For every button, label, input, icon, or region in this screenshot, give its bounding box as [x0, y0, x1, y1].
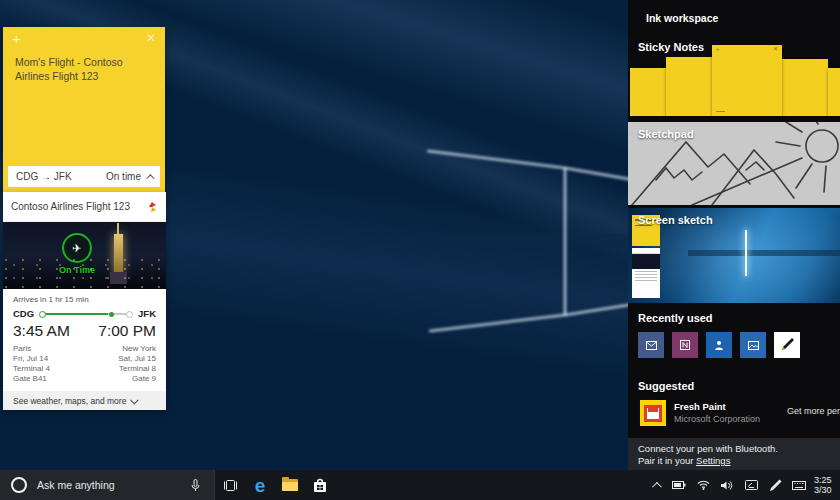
suggested-app-publisher: Microsoft Corporation	[674, 414, 760, 424]
note-route-text: CDG → JFK	[16, 171, 72, 182]
mini-sticky-note	[630, 68, 666, 116]
screen-sketch-label: Screen sketch	[638, 214, 713, 226]
keyboard-icon	[792, 481, 806, 490]
mail-icon	[646, 341, 657, 350]
wifi-button[interactable]	[692, 470, 714, 500]
destination-code: JFK	[138, 308, 156, 319]
mini-sticky-note	[666, 57, 712, 116]
sticky-note-window: + ✕ Mom's Flight - Contoso Airlines Flig…	[3, 27, 165, 192]
on-time-badge: On Time	[47, 265, 107, 275]
taskbar-clock[interactable]: 3:25 3/30	[814, 475, 840, 495]
photo-icon	[748, 341, 759, 350]
flight-progress-track	[39, 310, 133, 317]
microphone-icon[interactable]	[191, 479, 200, 492]
tablet-icon	[745, 480, 758, 490]
sticky-notes-label: Sticky Notes	[638, 41, 704, 53]
origin-code: CDG	[13, 308, 34, 319]
recent-app-tile-pen[interactable]	[774, 332, 800, 358]
note-text[interactable]: Mom's Flight - Contoso Airlines Flight 1…	[3, 46, 165, 83]
taskbar: e	[0, 470, 840, 500]
volume-button[interactable]	[716, 470, 738, 500]
close-note-icon[interactable]: ✕	[146, 31, 156, 46]
flight-card-title: Contoso Airlines Flight 123	[11, 201, 130, 212]
origin-details: Paris Fri, Jul 14 Terminal 4 Gate B41	[13, 344, 50, 384]
recently-used-label: Recently used	[638, 312, 713, 324]
mini-sticky-note	[782, 59, 828, 116]
pairing-text-line1: Connect your pen with Bluetooth.	[638, 443, 840, 455]
edge-browser-button[interactable]: e	[245, 470, 275, 500]
airplane-icon: ✈	[72, 242, 81, 255]
file-explorer-button[interactable]	[275, 470, 305, 500]
pen-icon	[769, 479, 782, 492]
departure-time: 3:45 AM	[13, 322, 70, 340]
recent-app-tile-people[interactable]	[706, 332, 732, 358]
tablet-mode-button[interactable]	[740, 470, 762, 500]
speaker-icon	[721, 480, 733, 491]
wifi-icon	[697, 480, 710, 490]
skyline-building	[114, 234, 123, 274]
notebook-icon	[680, 340, 690, 350]
task-view-button[interactable]	[215, 470, 245, 500]
pen-icon	[779, 337, 795, 353]
cortana-icon	[11, 477, 27, 493]
battery-button[interactable]	[668, 470, 690, 500]
get-more-pen-link[interactable]: Get more pen	[787, 406, 840, 416]
edge-icon: e	[255, 476, 266, 495]
destination-photo: ✈ On Time	[3, 222, 166, 289]
fresh-paint-icon	[640, 400, 666, 426]
mini-sticky-note: + ✕	[712, 45, 782, 116]
desktop: + ✕ Mom's Flight - Contoso Airlines Flig…	[0, 0, 840, 500]
task-view-icon	[223, 480, 238, 491]
person-icon	[714, 340, 724, 350]
folder-icon	[282, 479, 298, 491]
chevron-up-icon[interactable]	[146, 174, 154, 182]
mini-window-glow	[745, 230, 747, 276]
panel-title: Ink workspace	[646, 12, 718, 24]
pen-pairing-footer: Connect your pen with Bluetooth. Pair it…	[628, 438, 840, 470]
chevron-up-icon	[651, 481, 661, 491]
tray-overflow-button[interactable]	[644, 470, 666, 500]
pairing-text-line2: Pair it in your Settings	[638, 455, 840, 467]
airline-logo-icon	[146, 201, 158, 213]
suggested-label: Suggested	[638, 380, 694, 392]
clock-time: 3:25	[814, 475, 840, 485]
add-note-icon[interactable]: +	[12, 31, 21, 46]
recent-app-tile-mail[interactable]	[638, 332, 664, 358]
clock-date: 3/30	[814, 485, 840, 495]
mini-sticky-note	[828, 68, 840, 116]
recent-app-tile-photos[interactable]	[740, 332, 766, 358]
store-button[interactable]	[305, 470, 335, 500]
search-input[interactable]	[35, 478, 191, 492]
suggested-app-row[interactable]: Fresh Paint Microsoft Corporation Get mo…	[640, 398, 840, 430]
mini-wallpaper-band	[688, 250, 840, 256]
battery-icon	[672, 481, 686, 489]
destination-details: New York Sat, Jul 15 Terminal 8 Gate 9	[118, 344, 156, 384]
sticky-notes-thumbnail[interactable]: + ✕	[628, 45, 840, 117]
plane-position-dot	[109, 312, 114, 317]
flight-status-ring: ✈	[62, 233, 92, 263]
chevron-down-icon	[130, 396, 138, 404]
store-bag-icon	[313, 478, 327, 493]
note-status-text: On time	[106, 171, 141, 182]
mini-card-preview	[632, 248, 660, 298]
arrival-countdown: Arrives in 1 hr 15 min	[13, 295, 156, 304]
flight-insight-bar[interactable]: CDG → JFK On time	[8, 166, 160, 187]
ink-workspace-panel: Ink workspace Sticky Notes + ✕ Sketchpad	[628, 0, 840, 470]
ink-workspace-button[interactable]	[764, 470, 786, 500]
touch-keyboard-button[interactable]	[788, 470, 810, 500]
recent-app-tile-onenote[interactable]	[672, 332, 698, 358]
settings-link[interactable]: Settings	[696, 455, 730, 466]
sketchpad-label: Sketchpad	[638, 128, 694, 140]
see-more-link[interactable]: See weather, maps, and more	[3, 391, 166, 410]
flight-card: Contoso Airlines Flight 123 ✈ On Time Ar…	[3, 192, 166, 410]
arrival-time: 7:00 PM	[98, 322, 156, 340]
cortana-search-box[interactable]	[0, 470, 215, 500]
suggested-app-name: Fresh Paint	[674, 401, 726, 412]
